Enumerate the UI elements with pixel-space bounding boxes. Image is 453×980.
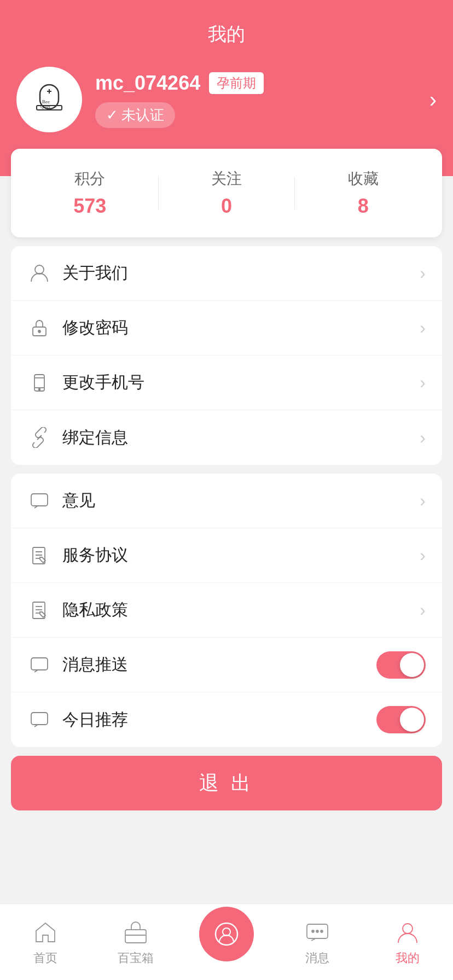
svg-point-29	[312, 930, 314, 932]
page-title: 我的	[16, 22, 437, 47]
menu-section-2: 意见 › 服务协议 › 隐私政策 › 消息推送	[11, 474, 442, 747]
menu-password-label: 修改密码	[62, 317, 420, 339]
stat-points[interactable]: 积分 573	[22, 168, 158, 218]
stat-points-label: 积分	[74, 168, 105, 189]
menu-item-feedback[interactable]: 意见 ›	[11, 474, 442, 528]
svg-rect-23	[31, 713, 48, 725]
daily-recommend-knob	[400, 708, 424, 732]
svg-point-8	[38, 330, 40, 332]
menu-item-message-push[interactable]: 消息推送	[11, 638, 442, 692]
toolbox-icon	[121, 918, 150, 947]
menu-item-privacy[interactable]: 隐私政策 ›	[11, 583, 442, 638]
profile-info: mc_074264 孕前期 ✓ 未认证	[95, 72, 416, 128]
feedback-chevron-icon: ›	[420, 491, 426, 511]
profile-chevron-icon[interactable]: ›	[429, 88, 437, 112]
menu-bind-label: 绑定信息	[62, 427, 420, 449]
svg-point-31	[321, 930, 323, 932]
menu-section-1: 关于我们 › 修改密码 › 更改手机号 › 绑定信息 ›	[11, 246, 442, 465]
verify-badge: ✓ 未认证	[95, 102, 175, 128]
nav-toolbox-label: 百宝箱	[118, 950, 154, 966]
menu-phone-label: 更改手机号	[62, 371, 420, 394]
doc-icon-privacy	[27, 598, 51, 622]
person-icon	[27, 261, 51, 285]
menu-item-about[interactable]: 关于我们 ›	[11, 246, 442, 301]
stat-favorites-value: 8	[358, 195, 369, 218]
chat-icon-daily	[27, 708, 51, 732]
svg-point-27	[223, 928, 230, 936]
svg-rect-14	[33, 547, 45, 564]
menu-item-phone[interactable]: 更改手机号 ›	[11, 355, 442, 410]
nav-item-toolbox[interactable]: 百宝箱	[91, 918, 182, 966]
doc-icon-service	[27, 544, 51, 568]
privacy-chevron-icon: ›	[420, 600, 426, 620]
stat-points-value: 573	[73, 195, 106, 218]
nav-item-home[interactable]: 首页	[0, 918, 91, 966]
nav-item-mine[interactable]: 我的	[362, 918, 453, 966]
svg-rect-22	[31, 658, 48, 670]
message-push-knob	[400, 653, 424, 677]
menu-feedback-label: 意见	[62, 489, 420, 512]
svg-point-32	[403, 924, 413, 934]
stat-following-label: 关注	[211, 168, 242, 189]
profile-tag: 孕前期	[209, 72, 264, 94]
svg-rect-18	[33, 602, 45, 619]
chat-icon-message	[27, 653, 51, 677]
svg-point-30	[316, 930, 318, 932]
message-push-toggle[interactable]	[376, 651, 426, 679]
stat-following[interactable]: 关注 0	[159, 168, 295, 218]
nav-item-center[interactable]	[181, 907, 272, 978]
message-icon	[303, 918, 332, 947]
nav-message-label: 消息	[305, 950, 329, 966]
lock-icon	[27, 316, 51, 340]
stat-favorites[interactable]: 收藏 8	[295, 168, 431, 218]
verify-checkmark: ✓	[106, 107, 118, 124]
svg-rect-13	[31, 494, 48, 506]
menu-item-bind[interactable]: 绑定信息 ›	[11, 410, 442, 465]
link-icon	[27, 425, 51, 450]
stats-card: 积分 573 关注 0 收藏 8	[11, 149, 442, 237]
menu-service-label: 服务协议	[62, 544, 420, 567]
stat-favorites-label: 收藏	[348, 168, 379, 189]
username: mc_074264	[95, 72, 200, 95]
svg-point-26	[216, 923, 237, 945]
center-button[interactable]	[199, 907, 254, 961]
verify-label: 未认证	[121, 106, 164, 125]
phone-chevron-icon: ›	[420, 372, 426, 393]
nav-mine-label: 我的	[396, 950, 420, 966]
svg-rect-24	[125, 930, 146, 943]
daily-recommend-toggle[interactable]	[376, 706, 426, 733]
phone-icon	[27, 371, 51, 395]
chat-icon-feedback	[27, 489, 51, 513]
bind-chevron-icon: ›	[420, 428, 426, 448]
logout-button[interactable]: 退 出	[11, 756, 442, 810]
menu-daily-recommend-label: 今日推荐	[62, 709, 376, 731]
menu-item-service[interactable]: 服务协议 ›	[11, 528, 442, 583]
svg-point-12	[39, 388, 40, 390]
mine-icon	[393, 918, 422, 947]
svg-point-6	[35, 265, 44, 274]
nav-item-message[interactable]: 消息	[272, 918, 363, 966]
svg-text:Bee: Bee	[42, 99, 50, 104]
home-icon	[31, 918, 60, 947]
service-chevron-icon: ›	[420, 545, 426, 565]
menu-message-push-label: 消息推送	[62, 654, 376, 676]
stat-following-value: 0	[221, 195, 232, 218]
about-chevron-icon: ›	[420, 263, 426, 283]
menu-privacy-label: 隐私政策	[62, 599, 420, 621]
avatar[interactable]: Bee Quiet	[16, 67, 82, 132]
menu-item-daily-recommend[interactable]: 今日推荐	[11, 692, 442, 747]
bottom-navigation: 首页 百宝箱 消息 我的	[0, 903, 453, 980]
profile-name-row: mc_074264 孕前期	[95, 72, 416, 95]
menu-item-password[interactable]: 修改密码 ›	[11, 301, 442, 355]
menu-about-label: 关于我们	[62, 262, 420, 284]
svg-text:Quiet: Quiet	[40, 104, 51, 109]
nav-home-label: 首页	[33, 950, 57, 966]
password-chevron-icon: ›	[420, 318, 426, 338]
profile-row: Bee Quiet mc_074264 孕前期 ✓ 未认证 ›	[16, 67, 437, 132]
